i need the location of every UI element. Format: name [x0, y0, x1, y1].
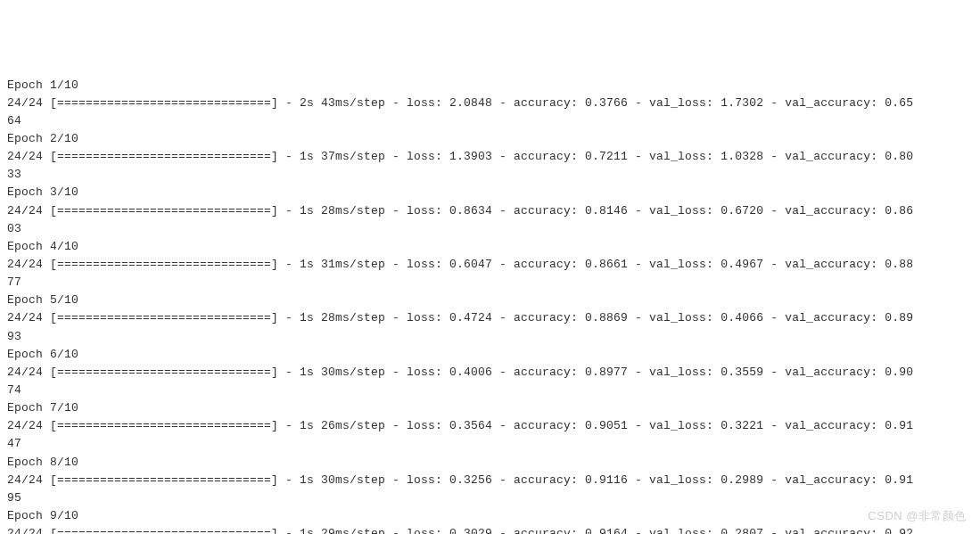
epoch-progress-line: 24/24 [==============================] -…: [7, 525, 973, 534]
epoch-progress-line: 24/24 [==============================] -…: [7, 472, 973, 489]
epoch-progress-line: 24/24 [==============================] -…: [7, 256, 973, 274]
epoch-header: Epoch 4/10: [7, 238, 973, 256]
epoch-val-accuracy-wrap: 47: [7, 435, 973, 453]
epoch-val-accuracy-wrap: 33: [7, 166, 973, 184]
epoch-val-accuracy-wrap: 64: [7, 112, 973, 130]
epoch-header: Epoch 3/10: [7, 184, 973, 201]
epoch-val-accuracy-wrap: 95: [7, 489, 973, 507]
epoch-header: Epoch 1/10: [7, 77, 973, 94]
epoch-progress-line: 24/24 [==============================] -…: [7, 417, 973, 435]
epoch-header: Epoch 8/10: [7, 454, 973, 472]
epoch-val-accuracy-wrap: 74: [7, 382, 973, 399]
epoch-header: Epoch 6/10: [7, 346, 973, 364]
epoch-header: Epoch 9/10: [7, 507, 973, 525]
epoch-header: Epoch 2/10: [7, 130, 973, 148]
epoch-progress-line: 24/24 [==============================] -…: [7, 148, 973, 166]
epoch-header: Epoch 5/10: [7, 292, 973, 309]
epoch-val-accuracy-wrap: 03: [7, 220, 973, 238]
epoch-val-accuracy-wrap: 77: [7, 274, 973, 292]
epoch-progress-line: 24/24 [==============================] -…: [7, 309, 973, 327]
epoch-progress-line: 24/24 [==============================] -…: [7, 202, 973, 220]
epoch-progress-line: 24/24 [==============================] -…: [7, 94, 973, 112]
training-output: Epoch 1/1024/24 [=======================…: [7, 77, 973, 534]
epoch-header: Epoch 7/10: [7, 399, 973, 417]
watermark-text: CSDN @非常颜色: [868, 507, 967, 525]
epoch-val-accuracy-wrap: 93: [7, 328, 973, 346]
epoch-progress-line: 24/24 [==============================] -…: [7, 364, 973, 382]
